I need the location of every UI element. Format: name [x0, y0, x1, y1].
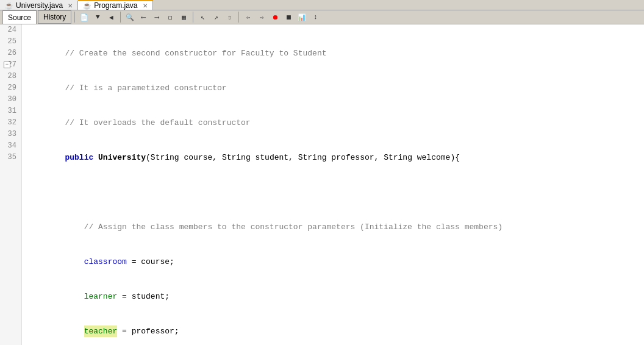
code-type-string4: String [384, 152, 412, 163]
editor-tab-bar: ☕ University.java ✕ ☕ Program.java ✕ [0, 0, 644, 10]
line-num-34: 34 [2, 140, 19, 152]
editor-section: 24 25 26 − 27 28 29 30 31 32 33 34 35 // [0, 24, 644, 345]
tab-university-close[interactable]: ✕ [68, 2, 73, 9]
tab-program-label: Program.java [94, 1, 137, 10]
toolbar-btn-11[interactable]: ⇧ [223, 11, 235, 23]
line-num-24: 24 [2, 24, 19, 36]
toolbar-btn-9[interactable]: ↖ [196, 11, 209, 23]
code-line-32: teacher = professor; [27, 325, 639, 337]
code-lines[interactable]: // Create the second constructor for Fac… [22, 24, 644, 345]
toolbar-btn-12[interactable]: ⇦ [242, 11, 254, 23]
toolbar-btn-3[interactable]: ◀ [105, 11, 117, 23]
code-var-teacher: teacher [84, 325, 118, 337]
code-classname-university: University [98, 152, 146, 163]
code-var-learner: learner [84, 291, 118, 302]
tab-program-close[interactable]: ✕ [143, 2, 148, 9]
line-num-29: 29 [2, 82, 19, 94]
toolbar-btn-8[interactable]: ▦ [177, 11, 190, 23]
tab-university[interactable]: ☕ University.java ✕ [0, 0, 78, 10]
code-line-31: learner = student; [27, 291, 639, 302]
toolbar-btn-16[interactable]: 📊 [296, 11, 308, 23]
line-num-31: 31 [2, 105, 19, 117]
line-num-33: 33 [2, 129, 19, 140]
code-line-24: // Create the second constructor for Fac… [27, 48, 639, 59]
toolbar-btn-17[interactable]: ↕ [309, 11, 321, 23]
code-type-string3: String [298, 152, 327, 163]
line-numbers: 24 25 26 − 27 28 29 30 31 32 33 34 35 [0, 24, 22, 345]
toolbar-btn-6[interactable]: ⟶ [151, 11, 163, 23]
fold-marker-27[interactable]: − [4, 62, 10, 68]
code-comment-26: // It overloads the default constructor [27, 117, 251, 129]
code-line-25: // It is a parametized constructor [27, 82, 639, 94]
line-num-30: 30 [2, 94, 19, 105]
code-line-26: // It overloads the default constructor [27, 117, 639, 129]
code-line-30: classroom = course; [27, 256, 639, 268]
toolbar-btn-2[interactable]: ▼ [91, 11, 104, 23]
code-type-string2: String [222, 152, 251, 163]
line-num-32: 32 [2, 117, 19, 129]
line-num-26: 26 [2, 48, 19, 59]
code-line-28 [27, 187, 639, 198]
toolbar-btn-13[interactable]: ⇨ [256, 11, 268, 23]
main-container: ☕ University.java ✕ ☕ Program.java ✕ Sou… [0, 0, 644, 345]
toolbar-sep-3 [193, 12, 193, 23]
code-line-29: // Assign the class members to the const… [27, 221, 639, 233]
history-tab[interactable]: History [38, 10, 71, 24]
code-keyword-public: public [65, 152, 98, 163]
code-comment-29: // Assign the class members to the const… [27, 221, 503, 233]
tab-program[interactable]: ☕ Program.java ✕ [78, 0, 152, 10]
toolbar-btn-1[interactable]: 📄 [78, 11, 90, 23]
code-comment-25: // It is a parametized constructor [27, 82, 227, 94]
toolbar-btn-14[interactable]: ⏺ [269, 11, 281, 23]
code-type-string1: String [151, 152, 179, 163]
line-num-27: − 27 [2, 59, 19, 71]
code-plain-27b: ( [146, 152, 151, 163]
toolbar-btn-10[interactable]: ↗ [210, 11, 222, 23]
code-container: 24 25 26 − 27 28 29 30 31 32 33 34 35 // [0, 24, 644, 345]
toolbar-btn-7[interactable]: ◻ [164, 11, 176, 23]
code-var-classroom: classroom [84, 256, 127, 268]
tab-university-label: University.java [16, 1, 63, 10]
java-icon-program: ☕ [83, 2, 91, 10]
toolbar-btn-15[interactable]: ⏹ [282, 11, 295, 23]
code-plain-27a [27, 152, 65, 163]
toolbar-sep-2 [120, 12, 121, 23]
line-num-28: 28 [2, 71, 19, 82]
source-tab[interactable]: Source [2, 10, 37, 24]
toolbar-sep-1 [74, 12, 75, 23]
editor-toolbar: Source History 📄 ▼ ◀ 🔍 ⟵ ⟶ ◻ ▦ ↖ ↗ ⇧ ⇦ ⇨… [0, 10, 644, 24]
code-comment-24: // Create the second constructor for Fac… [27, 48, 326, 59]
java-icon-university: ☕ [5, 2, 13, 10]
toolbar-btn-4[interactable]: 🔍 [124, 11, 136, 23]
code-line-27: public University(String course, String … [27, 152, 639, 163]
line-num-25: 25 [2, 36, 19, 48]
toolbar-sep-4 [238, 12, 239, 23]
line-num-35: 35 [2, 152, 19, 163]
toolbar-btn-5[interactable]: ⟵ [137, 11, 149, 23]
